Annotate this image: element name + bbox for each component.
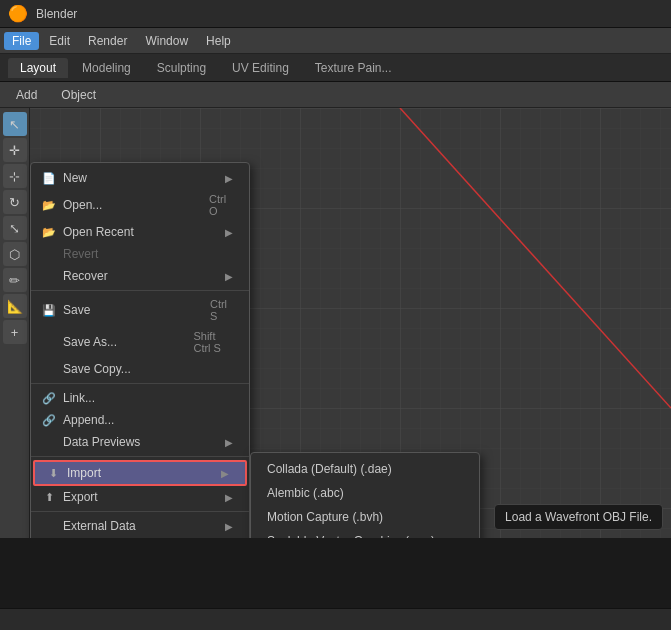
recover-label: Recover xyxy=(63,269,108,283)
import-alembic[interactable]: Alembic (.abc) xyxy=(251,481,479,505)
import-label: Import xyxy=(67,466,101,480)
menu-item-open[interactable]: 📂 Open... Ctrl O xyxy=(31,189,249,221)
menu-item-save-as[interactable]: Save As... Shift Ctrl S xyxy=(31,326,249,358)
data-previews-label: Data Previews xyxy=(63,435,140,449)
export-icon: ⬆ xyxy=(41,491,57,504)
menu-item-revert: Revert xyxy=(31,243,249,265)
bottom-bar xyxy=(0,608,671,630)
menu-item-save[interactable]: 💾 Save Ctrl S xyxy=(31,294,249,326)
import-collada[interactable]: Collada (Default) (.dae) xyxy=(251,457,479,481)
open-icon: 📂 xyxy=(41,199,57,212)
transform-tool-btn[interactable]: ⬡ xyxy=(3,242,27,266)
tooltip-text: Load a Wavefront OBJ File. xyxy=(505,510,652,524)
data-previews-arrow: ▶ xyxy=(225,437,233,448)
open-shortcut: Ctrl O xyxy=(209,193,233,217)
append-label: Append... xyxy=(63,413,114,427)
tab-uv-editing[interactable]: UV Editing xyxy=(220,58,301,78)
cursor-tool-btn[interactable]: ✛ xyxy=(3,138,27,162)
export-label: Export xyxy=(63,490,98,504)
save-copy-label: Save Copy... xyxy=(63,362,131,376)
left-toolbar: ↖ ✛ ⊹ ↻ ⤡ ⬡ ✏ 📐 + xyxy=(0,108,30,538)
import-arrow: ▶ xyxy=(221,468,229,479)
file-menu: 📄 New ▶ 📂 Open... Ctrl O 📂 Open Recent ▶… xyxy=(30,162,250,538)
annotate-tool-btn[interactable]: ✏ xyxy=(3,268,27,292)
append-icon: 🔗 xyxy=(41,414,57,427)
separator-3 xyxy=(31,456,249,457)
separator-2 xyxy=(31,383,249,384)
import-svg[interactable]: Scalable Vector Graphics (.svg) xyxy=(251,529,479,538)
open-recent-icon: 📂 xyxy=(41,226,57,239)
scale-tool-btn[interactable]: ⤡ xyxy=(3,216,27,240)
menu-item-open-recent[interactable]: 📂 Open Recent ▶ xyxy=(31,221,249,243)
save-label: Save xyxy=(63,303,90,317)
separator-4 xyxy=(31,511,249,512)
blender-logo-icon: 🟠 xyxy=(8,4,28,23)
menu-edit[interactable]: Edit xyxy=(41,32,78,50)
new-icon: 📄 xyxy=(41,172,57,185)
link-label: Link... xyxy=(63,391,95,405)
separator-1 xyxy=(31,290,249,291)
tab-layout[interactable]: Layout xyxy=(8,58,68,78)
menu-item-append[interactable]: 🔗 Append... xyxy=(31,409,249,431)
toolbar-row: Add Object xyxy=(0,82,671,108)
open-label: Open... xyxy=(63,198,102,212)
menu-item-save-copy[interactable]: Save Copy... xyxy=(31,358,249,380)
object-button[interactable]: Object xyxy=(53,86,104,104)
tab-modeling[interactable]: Modeling xyxy=(70,58,143,78)
wavefront-tooltip: Load a Wavefront OBJ File. xyxy=(494,504,663,530)
new-label: New xyxy=(63,171,87,185)
new-arrow: ▶ xyxy=(225,173,233,184)
menu-item-external-data[interactable]: External Data ▶ xyxy=(31,515,249,537)
add-tool-btn[interactable]: + xyxy=(3,320,27,344)
menu-bar: File Edit Render Window Help xyxy=(0,28,671,54)
external-data-arrow: ▶ xyxy=(225,521,233,532)
save-as-label: Save As... xyxy=(63,335,117,349)
app-title: Blender xyxy=(36,7,77,21)
tab-texture-paint[interactable]: Texture Pain... xyxy=(303,58,404,78)
recover-arrow: ▶ xyxy=(225,271,233,282)
title-bar: 🟠 Blender xyxy=(0,0,671,28)
select-tool-btn[interactable]: ↖ xyxy=(3,112,27,136)
menu-window[interactable]: Window xyxy=(137,32,196,50)
menu-render[interactable]: Render xyxy=(80,32,135,50)
import-motion-capture[interactable]: Motion Capture (.bvh) xyxy=(251,505,479,529)
move-tool-btn[interactable]: ⊹ xyxy=(3,164,27,188)
viewport: ↖ ✛ ⊹ ↻ ⤡ ⬡ ✏ 📐 + 📄 New ▶ 📂 Open... Ctrl… xyxy=(0,108,671,538)
save-icon: 💾 xyxy=(41,304,57,317)
menu-item-export[interactable]: ⬆ Export ▶ xyxy=(31,486,249,508)
rotate-tool-btn[interactable]: ↻ xyxy=(3,190,27,214)
save-as-shortcut: Shift Ctrl S xyxy=(193,330,233,354)
external-data-label: External Data xyxy=(63,519,136,533)
measure-tool-btn[interactable]: 📐 xyxy=(3,294,27,318)
workspace-tabs: Layout Modeling Sculpting UV Editing Tex… xyxy=(0,54,671,82)
open-recent-label: Open Recent xyxy=(63,225,134,239)
menu-file[interactable]: File xyxy=(4,32,39,50)
open-recent-arrow: ▶ xyxy=(225,227,233,238)
import-icon: ⬇ xyxy=(45,467,61,480)
menu-item-data-previews[interactable]: Data Previews ▶ xyxy=(31,431,249,453)
menu-item-link[interactable]: 🔗 Link... xyxy=(31,387,249,409)
add-button[interactable]: Add xyxy=(8,86,45,104)
link-icon: 🔗 xyxy=(41,392,57,405)
menu-help[interactable]: Help xyxy=(198,32,239,50)
export-arrow: ▶ xyxy=(225,492,233,503)
tab-sculpting[interactable]: Sculpting xyxy=(145,58,218,78)
import-submenu: Collada (Default) (.dae) Alembic (.abc) … xyxy=(250,452,480,538)
save-shortcut: Ctrl S xyxy=(210,298,233,322)
revert-label: Revert xyxy=(63,247,98,261)
menu-item-recover[interactable]: Recover ▶ xyxy=(31,265,249,287)
menu-item-import[interactable]: ⬇ Import ▶ xyxy=(33,460,247,486)
menu-item-new[interactable]: 📄 New ▶ xyxy=(31,167,249,189)
